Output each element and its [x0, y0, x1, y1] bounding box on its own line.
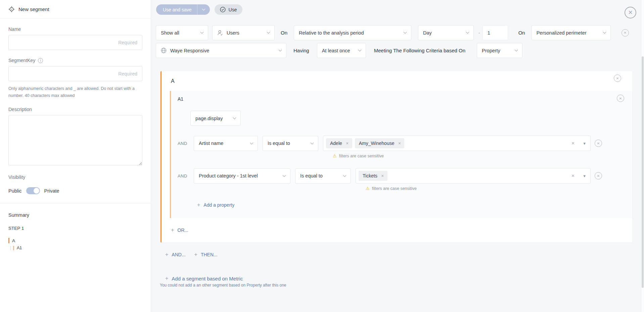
- open-values-dropdown-icon[interactable]: ▾: [583, 141, 586, 146]
- chevron-down-icon: [202, 7, 205, 11]
- on2-label: On: [518, 30, 525, 36]
- name-input[interactable]: [8, 35, 142, 50]
- metric-restriction-note: You could not add a an other segment bas…: [160, 283, 644, 288]
- comparator-select[interactable]: Is equal to: [263, 136, 318, 151]
- use-and-save-button[interactable]: Use and save: [156, 4, 210, 15]
- sidebar-divider: [0, 203, 151, 203]
- sidebar: New segment Name SegmentKey i Only alpha…: [0, 0, 151, 312]
- filter-row-2: Waye Responsive Having At least once Mee…: [156, 43, 644, 58]
- segment-target-icon: [8, 6, 15, 12]
- summary-title: Summary: [8, 212, 142, 218]
- chevron-down-icon: [343, 173, 347, 177]
- and-operator-label: AND: [178, 141, 190, 146]
- clear-values-icon[interactable]: ✕: [571, 141, 574, 146]
- check-circle-icon: [220, 7, 226, 12]
- criteria-type-select[interactable]: Property: [477, 43, 522, 58]
- scrollbar-track[interactable]: [641, 0, 644, 312]
- chevron-down-icon: [515, 48, 518, 52]
- main-panel: Use and save Use ✕ Show all: [151, 0, 644, 312]
- visibility-row: Public Private: [8, 187, 142, 194]
- segment-subgroup-a1: A1 ✕ page.display AND Artist name Is equ…: [170, 91, 632, 218]
- warning-icon: ⚠: [333, 153, 337, 158]
- use-and-save-dropdown[interactable]: [197, 4, 210, 15]
- perimeter-select[interactable]: Personalized perimeter: [532, 25, 611, 40]
- values-multiselect[interactable]: Tickets ✕ ✕ ▾: [356, 168, 591, 184]
- remove-condition-icon[interactable]: ✕: [595, 172, 602, 179]
- name-label: Name: [8, 27, 142, 32]
- add-and-button[interactable]: + AND...: [165, 252, 186, 258]
- visibility-toggle[interactable]: [26, 187, 40, 194]
- site-select[interactable]: Waye Responsive: [156, 43, 286, 58]
- segmentkey-helper-text: Only alphanumeric characters and _ are a…: [8, 85, 142, 99]
- open-values-dropdown-icon[interactable]: ▾: [583, 173, 586, 178]
- value-chip[interactable]: Tickets ✕: [359, 171, 387, 181]
- on-label: On: [281, 30, 287, 36]
- chip-close-icon[interactable]: ✕: [346, 141, 349, 145]
- property-select[interactable]: Product category - 1st level: [194, 168, 290, 184]
- use-button[interactable]: Use: [215, 4, 242, 15]
- and-operator-label: AND: [178, 173, 190, 178]
- segmentkey-label: SegmentKey i: [8, 58, 142, 63]
- segment-group-a: A ✕ A1 ✕ page.display AND Artist name: [160, 71, 632, 243]
- filter-row-1: Show all Users On Relative to the analys…: [156, 25, 644, 40]
- summary-item-a[interactable]: A: [8, 238, 142, 243]
- visibility-public-label: Public: [8, 188, 22, 194]
- group-actions: + AND... + THEN...: [165, 252, 644, 258]
- remove-perimeter-icon[interactable]: ✕: [622, 29, 629, 37]
- orange-bar-light: [13, 246, 14, 250]
- criteria-label: Meeting The Following Criteria based On: [374, 48, 465, 53]
- value-chip[interactable]: Adele ✕: [326, 138, 352, 148]
- add-metric-segment-button[interactable]: + Add a segment based on Metric: [165, 275, 644, 281]
- value-chip[interactable]: Amy_Winehouse ✕: [355, 138, 405, 148]
- segmentkey-input[interactable]: [8, 66, 142, 81]
- having-label: Having: [293, 48, 309, 53]
- chevron-down-icon: [267, 31, 270, 34]
- add-then-button[interactable]: + THEN...: [194, 252, 218, 258]
- case-sensitive-warning: ⚠ filters are case sensitive: [333, 153, 602, 158]
- scrollbar-thumb[interactable]: [642, 56, 644, 288]
- description-textarea[interactable]: [8, 115, 142, 165]
- chip-close-icon[interactable]: ✕: [398, 141, 401, 145]
- period-select[interactable]: Relative to the analysis period: [294, 25, 411, 40]
- scope-select[interactable]: Show all: [156, 25, 208, 40]
- granularity-select[interactable]: Day: [418, 25, 474, 40]
- chevron-down-icon: [279, 48, 282, 52]
- chevron-down-icon: [233, 116, 236, 119]
- frequency-select[interactable]: At least once: [317, 43, 366, 58]
- add-property-button[interactable]: + Add a property: [197, 202, 602, 208]
- segment-filters: Show all Users On Relative to the analys…: [151, 19, 644, 58]
- summary-item-a1[interactable]: A1: [10, 246, 142, 250]
- segment-builder-app: New segment Name SegmentKey i Only alpha…: [0, 0, 644, 312]
- plus-icon: +: [165, 252, 168, 258]
- property-select[interactable]: Artist name: [194, 136, 258, 151]
- group-a-label: A: [162, 71, 632, 84]
- plus-icon: +: [171, 227, 174, 233]
- add-or-button[interactable]: + OR...: [171, 227, 632, 233]
- remove-subgroup-a1-icon[interactable]: ✕: [617, 95, 624, 102]
- chevron-down-icon: [404, 31, 407, 34]
- plus-icon: +: [165, 275, 168, 281]
- clear-values-icon[interactable]: ✕: [571, 173, 574, 178]
- remove-group-a-icon[interactable]: ✕: [614, 74, 621, 82]
- population-select[interactable]: Users: [212, 25, 275, 40]
- chevron-down-icon: [603, 31, 606, 34]
- orange-bar: [8, 238, 9, 243]
- subgroup-a1-label: A1: [178, 96, 602, 102]
- page-title: New segment: [18, 6, 49, 12]
- remove-condition-icon[interactable]: ✕: [595, 140, 602, 147]
- sidebar-body: Name SegmentKey i Only alphanumeric char…: [0, 27, 151, 250]
- sidebar-header: New segment: [0, 0, 151, 19]
- values-multiselect[interactable]: Adele ✕ Amy_Winehouse ✕ ✕ ▾: [323, 136, 591, 151]
- chevron-down-icon: [311, 141, 314, 144]
- plus-icon: +: [197, 202, 200, 208]
- period-value-input[interactable]: [482, 25, 508, 40]
- info-icon[interactable]: i: [38, 58, 43, 63]
- event-select[interactable]: page.display: [190, 111, 241, 126]
- condition-row: AND Product category - 1st level Is equa…: [178, 168, 602, 184]
- visibility-private-label: Private: [44, 188, 59, 194]
- toggle-knob: [34, 188, 39, 194]
- comparator-select[interactable]: Is equal to: [295, 168, 351, 184]
- close-icon[interactable]: ✕: [625, 7, 636, 18]
- chevron-down-icon: [358, 48, 361, 52]
- chip-close-icon[interactable]: ✕: [381, 174, 384, 178]
